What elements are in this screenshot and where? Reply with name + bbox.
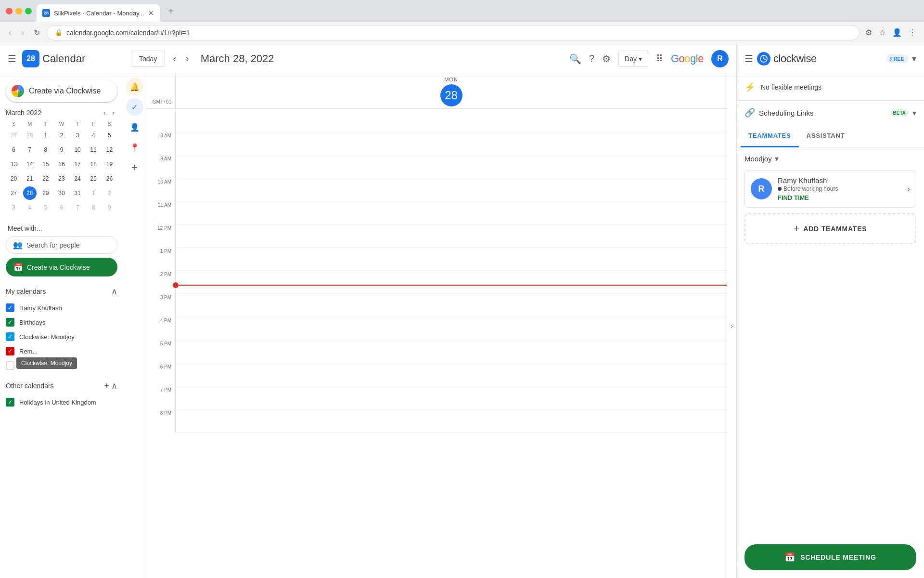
my-calendars-header[interactable]: My calendars ∧ <box>2 282 121 301</box>
traffic-light-red[interactable] <box>6 8 13 14</box>
prev-period-button[interactable]: ‹ <box>171 51 178 66</box>
cal-item-birthdays[interactable]: ✓ Birthdays <box>2 315 121 329</box>
mini-day[interactable]: 27 <box>7 129 21 142</box>
mini-day[interactable]: 28 <box>23 129 37 142</box>
mini-day[interactable]: 1 <box>87 186 100 200</box>
forward-button[interactable]: › <box>18 26 27 39</box>
cal-item-ramy[interactable]: ✓ Ramy Khuffash <box>2 301 121 315</box>
teammate-card[interactable]: R Ramy Khuffash Before working hours FIN… <box>744 170 916 208</box>
mini-day[interactable]: 15 <box>39 158 52 171</box>
next-period-button[interactable]: › <box>184 51 191 66</box>
collapse-cw-panel[interactable]: › <box>731 322 733 330</box>
back-button[interactable]: ‹ <box>6 26 14 39</box>
mini-cal-prev[interactable]: ‹ <box>101 108 109 118</box>
traffic-light-yellow[interactable] <box>15 8 22 14</box>
mini-day[interactable]: 30 <box>55 186 68 200</box>
user-avatar[interactable]: R <box>711 50 729 67</box>
time-grid-scroll[interactable]: 8 AM 9 AM 10 AM 11 AM 12 PM 1 PM 2 PM 3 … <box>146 109 727 578</box>
day-number-circle[interactable]: 28 <box>440 84 462 106</box>
create-via-clockwise-button[interactable]: 📅 Create via Clockwise <box>6 258 117 276</box>
cal-item-holidays[interactable]: ✓ Holidays in United Kingdom <box>2 395 121 409</box>
day-selector-label: Day <box>625 55 637 63</box>
mini-day[interactable]: 16 <box>55 158 68 171</box>
strip-icon-check[interactable]: ✓ <box>126 98 143 116</box>
mini-day[interactable]: 23 <box>55 172 68 185</box>
mini-day[interactable]: 22 <box>39 172 52 185</box>
mini-day-today[interactable]: 28 <box>23 186 37 200</box>
mini-day[interactable]: 9 <box>55 143 68 157</box>
mini-day[interactable]: 2 <box>103 186 116 200</box>
mini-day[interactable]: 3 <box>7 201 21 214</box>
mini-day[interactable]: 21 <box>23 172 37 185</box>
schedule-meeting-button[interactable]: 📅 SCHEDULE MEETING <box>744 544 916 570</box>
day-header-col: MON 28 <box>175 74 727 108</box>
address-field[interactable]: 🔒 calendar.google.com/calendar/u/1/r?pli… <box>47 25 860 40</box>
mini-day[interactable]: 10 <box>71 143 84 157</box>
search-button[interactable]: 🔍 <box>569 53 581 65</box>
other-calendars-header[interactable]: Other calendars + ∧ <box>2 377 121 395</box>
mini-day[interactable]: 11 <box>87 143 100 157</box>
mini-day[interactable]: 6 <box>7 143 21 157</box>
mini-day[interactable]: 18 <box>87 158 100 171</box>
mini-day[interactable]: 14 <box>23 158 37 171</box>
traffic-light-green[interactable] <box>25 8 32 14</box>
strip-icon-person[interactable]: 👤 <box>126 118 143 136</box>
mini-day[interactable]: 13 <box>7 158 21 171</box>
extensions-icon[interactable]: ⚙ <box>863 26 874 39</box>
mini-day[interactable]: 27 <box>7 186 21 200</box>
mini-day[interactable]: 8 <box>39 143 52 157</box>
mini-day[interactable]: 5 <box>103 129 116 142</box>
cw-hamburger-menu[interactable]: ☰ <box>744 53 753 65</box>
mini-day[interactable]: 17 <box>71 158 84 171</box>
strip-icon-notification[interactable]: 🔔 <box>126 78 143 95</box>
mini-day[interactable]: 6 <box>55 201 68 214</box>
mini-day[interactable]: 29 <box>39 186 52 200</box>
bookmark-icon[interactable]: ☆ <box>877 26 887 39</box>
mini-day[interactable]: 5 <box>39 201 52 214</box>
mini-day[interactable]: 25 <box>87 172 100 185</box>
google-apps-button[interactable]: ⠿ <box>656 53 663 65</box>
tab-close-icon[interactable]: ✕ <box>148 9 154 17</box>
new-tab-button[interactable]: + <box>165 4 178 19</box>
create-button[interactable]: + Create via Clockwise <box>6 80 117 102</box>
mini-day[interactable]: 9 <box>103 201 116 214</box>
cw-scheduling-links-row[interactable]: 🔗 Scheduling Links BETA ▾ <box>737 101 924 125</box>
mini-day[interactable]: 8 <box>87 201 100 214</box>
mini-day[interactable]: 12 <box>103 143 116 157</box>
profile-icon[interactable]: 👤 <box>890 26 904 39</box>
mini-day[interactable]: 26 <box>103 172 116 185</box>
mini-day[interactable]: 20 <box>7 172 21 185</box>
cal-item-clockwise[interactable]: ✓ Clockwise: Moodjoy <box>2 329 121 344</box>
mini-day[interactable]: 7 <box>23 143 37 157</box>
mini-day[interactable]: 4 <box>87 129 100 142</box>
mini-day[interactable]: 3 <box>71 129 84 142</box>
tab-assistant[interactable]: ASSISTANT <box>799 125 853 147</box>
cal-item-reminders[interactable]: ✓ Rem... Clockwise: Moodjoy <box>2 344 121 358</box>
settings-button[interactable]: ⚙ <box>602 53 611 65</box>
browser-tab[interactable]: 28 SilkPixels - Calendar - Monday... ✕ <box>37 4 160 22</box>
strip-icon-add[interactable]: + <box>126 159 143 176</box>
mini-day[interactable]: 4 <box>23 201 37 214</box>
mini-day[interactable]: 24 <box>71 172 84 185</box>
mini-day[interactable]: 2 <box>55 129 68 142</box>
add-teammates-button[interactable]: + ADD TEAMMATES <box>744 213 916 244</box>
today-button[interactable]: Today <box>131 51 165 67</box>
mini-day[interactable]: 19 <box>103 158 116 171</box>
strip-icon-map[interactable]: 📍 <box>126 139 143 156</box>
day-selector-dropdown[interactable]: Day ▾ <box>618 51 648 67</box>
mini-cal-next[interactable]: › <box>109 108 117 118</box>
help-button[interactable]: ? <box>589 53 594 64</box>
cw-chevron-down-icon[interactable]: ▾ <box>912 53 916 64</box>
mini-day[interactable]: 1 <box>39 129 52 142</box>
find-time-link[interactable]: FIND TIME <box>778 194 901 201</box>
cal-checkbox-reminders: ✓ <box>6 347 14 355</box>
add-other-calendar-button[interactable]: + <box>104 381 109 391</box>
search-people-input[interactable]: 👥 Search for people <box>6 236 117 254</box>
mini-day[interactable]: 7 <box>71 201 84 214</box>
mini-day[interactable]: 31 <box>71 186 84 200</box>
hamburger-menu[interactable]: ☰ <box>4 49 20 68</box>
menu-icon[interactable]: ⋮ <box>907 26 918 39</box>
refresh-button[interactable]: ↻ <box>31 26 43 39</box>
tab-teammates[interactable]: TEAMMATES <box>741 125 799 147</box>
workspace-chevron-icon[interactable]: ▾ <box>775 154 779 163</box>
